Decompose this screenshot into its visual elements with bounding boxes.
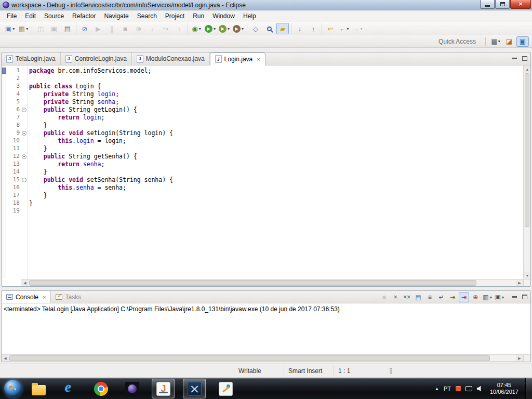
minimize-window-button[interactable] bbox=[480, 0, 495, 9]
java-ee-perspective-button[interactable]: ◪ bbox=[503, 36, 515, 47]
menu-edit[interactable]: Edit bbox=[21, 11, 40, 21]
maximize-view-button[interactable] bbox=[521, 293, 528, 300]
collapse-icon[interactable] bbox=[22, 131, 26, 136]
close-tab-icon[interactable]: × bbox=[257, 56, 260, 62]
java-ee-app-taskbar-button[interactable] bbox=[152, 379, 175, 398]
menu-window[interactable]: Window bbox=[208, 11, 239, 21]
code-line[interactable]: public String getLogin() { bbox=[29, 106, 523, 114]
mark-occurrences-button[interactable]: ▰ bbox=[276, 23, 289, 34]
code-line[interactable]: return login; bbox=[29, 114, 523, 122]
windows-explorer-taskbar-button[interactable] bbox=[27, 379, 50, 398]
step-over-button[interactable]: ↪ bbox=[159, 23, 172, 34]
resume-button[interactable]: ▶ bbox=[92, 23, 104, 34]
display-tray-icon[interactable] bbox=[466, 386, 472, 391]
disconnect-button[interactable]: ⊗ bbox=[132, 23, 145, 34]
save-all-button[interactable]: ▣ bbox=[48, 23, 60, 34]
step-into-button[interactable]: ↓ bbox=[146, 23, 158, 34]
line-number-ruler[interactable]: 12345678910111213141516171819 bbox=[6, 65, 21, 279]
internet-explorer-taskbar-button[interactable] bbox=[58, 379, 81, 398]
modeling-tool-taskbar-button[interactable] bbox=[183, 379, 206, 398]
code-line[interactable]: public void setSenha(String senha) { bbox=[29, 176, 523, 184]
trim-drag-handle[interactable] bbox=[389, 367, 393, 375]
menu-run[interactable]: Run bbox=[189, 11, 208, 21]
console-tab-tasks[interactable]: Tasks bbox=[51, 291, 86, 303]
menu-source[interactable]: Source bbox=[40, 11, 68, 21]
code-line[interactable]: this.login = login; bbox=[29, 137, 523, 145]
scroll-lock-button[interactable]: ≡ bbox=[424, 292, 435, 302]
collapse-icon[interactable] bbox=[22, 178, 26, 182]
code-line[interactable]: public String getSenha() { bbox=[29, 153, 523, 161]
scene-builder-taskbar-button[interactable] bbox=[214, 379, 237, 398]
last-edit-location-button[interactable]: ↩ bbox=[324, 23, 337, 34]
code-line[interactable]: } bbox=[29, 122, 523, 129]
start-button[interactable] bbox=[4, 380, 22, 397]
back-button[interactable]: ← bbox=[338, 23, 350, 34]
scroll-right-button[interactable]: ▶ bbox=[516, 280, 523, 287]
console-horizontal-scrollbar[interactable]: ◀ ▶ bbox=[2, 354, 530, 362]
quick-access-field[interactable]: Quick Access bbox=[438, 38, 476, 45]
debug-button[interactable]: ◉ bbox=[190, 23, 203, 34]
scroll-left-button[interactable]: ◀ bbox=[21, 280, 29, 287]
code-line[interactable]: this.senha = senha; bbox=[29, 184, 523, 192]
hidden-icons-chevron[interactable]: ▲ bbox=[435, 387, 439, 391]
language-indicator[interactable]: PT bbox=[444, 385, 451, 392]
horizontal-scroll-thumb[interactable] bbox=[9, 355, 490, 361]
code-line[interactable]: } bbox=[29, 145, 523, 153]
external-tools-button[interactable]: ▶ bbox=[232, 23, 245, 34]
display-selected-console-button[interactable]: ▥ bbox=[482, 292, 493, 302]
close-window-button[interactable] bbox=[510, 0, 531, 9]
code-line[interactable]: } bbox=[29, 168, 523, 176]
remove-all-launches-button[interactable]: ×× bbox=[402, 292, 412, 302]
code-line[interactable]: private String senha; bbox=[29, 98, 523, 106]
chrome-taskbar-button[interactable] bbox=[89, 379, 112, 398]
scroll-down-button[interactable]: ▼ bbox=[524, 272, 530, 279]
open-type-button[interactable]: ◇ bbox=[249, 23, 262, 34]
editor-horizontal-scrollbar[interactable]: ◀ ▶ bbox=[2, 279, 530, 286]
editor-vertical-scrollbar[interactable]: ▲ ▼ bbox=[523, 65, 530, 279]
editor-tab-login.java[interactable]: Login.java× bbox=[210, 52, 265, 65]
new-wizard-button[interactable]: ▣ bbox=[4, 23, 16, 34]
editor-tab-moduloconexao.java[interactable]: ModuloConexao.java bbox=[132, 52, 210, 65]
horizontal-scroll-thumb[interactable] bbox=[29, 280, 476, 286]
scroll-left-button[interactable]: ◀ bbox=[2, 355, 9, 362]
code-line[interactable]: } bbox=[29, 200, 523, 207]
editor-tab-controlelogin.java[interactable]: ControleLogin.java bbox=[61, 52, 132, 65]
terminate-console-button[interactable]: ■ bbox=[379, 292, 389, 302]
maximize-window-button[interactable] bbox=[495, 0, 510, 9]
previous-annotation-button[interactable]: ↑ bbox=[307, 23, 320, 34]
minimize-view-button[interactable] bbox=[511, 293, 518, 300]
step-return-button[interactable]: ↑ bbox=[173, 23, 185, 34]
code-line[interactable]: private String login; bbox=[29, 90, 523, 98]
menu-help[interactable]: Help bbox=[239, 11, 260, 21]
collapse-icon[interactable] bbox=[22, 154, 26, 159]
print-button[interactable]: ▤ bbox=[61, 23, 74, 34]
clock[interactable]: 07:45 10/06/2017 bbox=[490, 382, 518, 395]
open-task-button[interactable]: ▦ bbox=[17, 23, 30, 34]
folding-ruler[interactable] bbox=[21, 65, 28, 279]
open-perspective-button[interactable]: ▦ bbox=[489, 36, 502, 47]
show-on-stdout-button[interactable]: ⇥ bbox=[447, 292, 458, 302]
word-wrap-button[interactable]: ↵ bbox=[436, 292, 446, 302]
notification-tray-icon[interactable] bbox=[456, 386, 461, 391]
open-console-button[interactable]: ▣ bbox=[494, 292, 505, 302]
pin-console-button[interactable]: ⊕ bbox=[470, 292, 481, 302]
scroll-track[interactable] bbox=[9, 355, 516, 362]
volume-icon[interactable] bbox=[477, 386, 483, 392]
save-button[interactable]: ◫ bbox=[34, 23, 47, 34]
eclipse-taskbar-button[interactable] bbox=[121, 379, 143, 398]
menu-navigate[interactable]: Navigate bbox=[100, 11, 132, 21]
remove-launch-button[interactable]: × bbox=[390, 292, 401, 302]
scroll-right-button[interactable]: ▶ bbox=[516, 355, 523, 362]
code-line[interactable]: package br.com.infoServicos.model; bbox=[29, 67, 523, 75]
search-button[interactable] bbox=[263, 23, 275, 34]
editor-tab-telalogin.java[interactable]: TelaLogin.java bbox=[2, 52, 61, 65]
coverage-button[interactable]: ▶ bbox=[218, 23, 231, 34]
title-bar[interactable]: workspace - Debug - infoServicos/src/br/… bbox=[0, 0, 532, 10]
show-on-stderr-button[interactable]: ⇥ bbox=[459, 292, 469, 302]
code-line[interactable]: public void setLogin(String login) { bbox=[29, 129, 523, 137]
annotation-ruler[interactable] bbox=[2, 65, 6, 279]
scroll-track[interactable] bbox=[29, 280, 516, 286]
forward-button[interactable]: → bbox=[351, 23, 364, 34]
menu-file[interactable]: File bbox=[3, 11, 21, 21]
clear-console-button[interactable]: ▤ bbox=[413, 292, 423, 302]
